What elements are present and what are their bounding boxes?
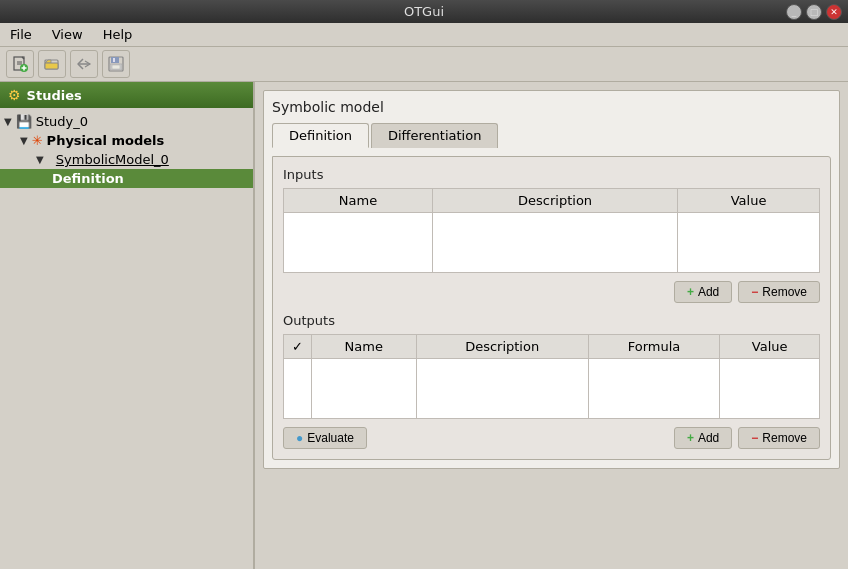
minimize-button[interactable]: _ bbox=[786, 4, 802, 20]
inputs-btn-row: + Add − Remove bbox=[283, 281, 820, 303]
cell bbox=[433, 213, 678, 273]
window-controls: _ □ ✕ bbox=[786, 4, 842, 20]
plus-icon: + bbox=[687, 431, 694, 445]
inputs-section-title: Inputs bbox=[283, 167, 820, 182]
outputs-bottom-row: ● Evaluate + Add − Remove bbox=[283, 427, 820, 449]
cell bbox=[311, 359, 416, 419]
model-spacer bbox=[48, 152, 52, 167]
sidebar-item-label: Study_0 bbox=[36, 114, 88, 129]
col-value: Value bbox=[678, 189, 820, 213]
col-name: Name bbox=[284, 189, 433, 213]
evaluate-button[interactable]: ● Evaluate bbox=[283, 427, 367, 449]
plus-icon: + bbox=[687, 285, 694, 299]
main-layout: ⚙ Studies ▼ 💾 Study_0 ▼ ✳ Physical model… bbox=[0, 82, 848, 569]
table-row bbox=[284, 213, 820, 273]
cell bbox=[284, 213, 433, 273]
minus-icon: − bbox=[751, 431, 758, 445]
save-button[interactable] bbox=[102, 50, 130, 78]
tab-bar: Definition Differentiation bbox=[272, 123, 831, 148]
star-icon: ✳ bbox=[32, 133, 43, 148]
outputs-table: ✓ Name Description Formula Value bbox=[283, 334, 820, 419]
add-label: Add bbox=[698, 285, 719, 299]
inputs-table: Name Description Value bbox=[283, 188, 820, 273]
menu-help[interactable]: Help bbox=[97, 25, 139, 44]
model-panel: Symbolic model Definition Differentiatio… bbox=[263, 90, 840, 469]
col-description: Description bbox=[416, 335, 588, 359]
sidebar-item-label: SymbolicModel_0 bbox=[56, 152, 169, 167]
table-row bbox=[284, 359, 820, 419]
sidebar-item-study0[interactable]: ▼ 💾 Study_0 bbox=[0, 112, 253, 131]
inputs-add-button[interactable]: + Add bbox=[674, 281, 732, 303]
tab-differentiation[interactable]: Differentiation bbox=[371, 123, 498, 148]
title-bar: OTGui _ □ ✕ bbox=[0, 0, 848, 23]
open-button[interactable] bbox=[38, 50, 66, 78]
remove-label: Remove bbox=[762, 431, 807, 445]
sidebar-item-symbolic-model[interactable]: ▼ SymbolicModel_0 bbox=[0, 150, 253, 169]
outputs-section: Outputs ✓ Name Description Formula Value bbox=[283, 313, 820, 449]
close-button[interactable]: ✕ bbox=[826, 4, 842, 20]
sidebar: ⚙ Studies ▼ 💾 Study_0 ▼ ✳ Physical model… bbox=[0, 82, 255, 569]
svg-rect-11 bbox=[113, 58, 115, 62]
menu-bar: File View Help bbox=[0, 23, 848, 47]
cell bbox=[720, 359, 820, 419]
panel-title: Symbolic model bbox=[272, 99, 831, 115]
minus-icon: − bbox=[751, 285, 758, 299]
outputs-btn-row: + Add − Remove bbox=[674, 427, 820, 449]
tree-container: ▼ 💾 Study_0 ▼ ✳ Physical models ▼ Symbol… bbox=[0, 108, 253, 192]
evaluate-label: Evaluate bbox=[307, 431, 354, 445]
svg-rect-8 bbox=[45, 63, 58, 69]
cell bbox=[416, 359, 588, 419]
inputs-remove-button[interactable]: − Remove bbox=[738, 281, 820, 303]
tab-definition[interactable]: Definition bbox=[272, 123, 369, 148]
cell bbox=[678, 213, 820, 273]
outputs-add-button[interactable]: + Add bbox=[674, 427, 732, 449]
arrow-icon: ▼ bbox=[4, 116, 12, 127]
col-name: Name bbox=[311, 335, 416, 359]
outputs-remove-button[interactable]: − Remove bbox=[738, 427, 820, 449]
sidebar-item-label: Definition bbox=[52, 171, 124, 186]
sidebar-item-label: Physical models bbox=[47, 133, 165, 148]
cell-check bbox=[284, 359, 312, 419]
add-label: Add bbox=[698, 431, 719, 445]
tab-content: Inputs Name Description Value bbox=[272, 156, 831, 460]
col-description: Description bbox=[433, 189, 678, 213]
sidebar-title: Studies bbox=[27, 88, 82, 103]
arrow-icon: ▼ bbox=[20, 135, 28, 146]
menu-file[interactable]: File bbox=[4, 25, 38, 44]
new-button[interactable] bbox=[6, 50, 34, 78]
sidebar-header: ⚙ Studies bbox=[0, 82, 253, 108]
outputs-section-title: Outputs bbox=[283, 313, 820, 328]
gear-icon: ⚙ bbox=[8, 87, 21, 103]
floppy-icon: 💾 bbox=[16, 114, 32, 129]
toolbar bbox=[0, 47, 848, 82]
content-area: Symbolic model Definition Differentiatio… bbox=[255, 82, 848, 569]
col-value: Value bbox=[720, 335, 820, 359]
arrow-icon: ▼ bbox=[36, 154, 44, 165]
app-title: OTGui bbox=[404, 4, 444, 19]
remove-label: Remove bbox=[762, 285, 807, 299]
svg-rect-13 bbox=[112, 65, 120, 69]
col-check: ✓ bbox=[284, 335, 312, 359]
menu-view[interactable]: View bbox=[46, 25, 89, 44]
sidebar-item-definition[interactable]: Definition bbox=[0, 169, 253, 188]
maximize-button[interactable]: □ bbox=[806, 4, 822, 20]
evaluate-icon: ● bbox=[296, 431, 303, 445]
back-button[interactable] bbox=[70, 50, 98, 78]
col-formula: Formula bbox=[588, 335, 720, 359]
sidebar-item-physical-models[interactable]: ▼ ✳ Physical models bbox=[0, 131, 253, 150]
cell bbox=[588, 359, 720, 419]
